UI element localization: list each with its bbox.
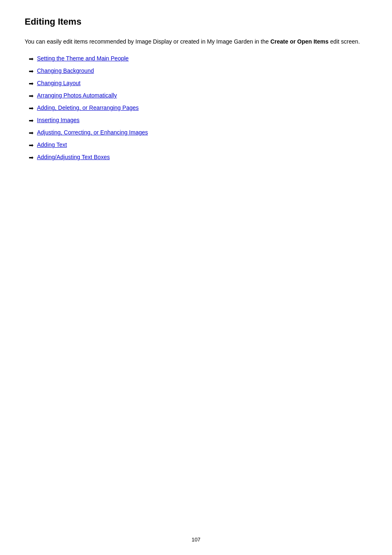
link-adding-text[interactable]: Adding Text [37, 141, 67, 149]
page-number: 107 [191, 536, 201, 543]
list-item: ➡ Adding, Deleting, or Rearranging Pages [29, 104, 367, 113]
intro-paragraph: You can easily edit items recommended by… [25, 37, 367, 46]
list-item: ➡ Adjusting, Correcting, or Enhancing Im… [29, 128, 367, 137]
arrow-icon: ➡ [29, 104, 34, 113]
arrow-icon: ➡ [29, 129, 34, 137]
list-item: ➡ Adding Text [29, 141, 367, 150]
link-changing-background[interactable]: Changing Background [37, 67, 94, 75]
link-list: ➡ Setting the Theme and Main People ➡ Ch… [29, 54, 367, 162]
arrow-icon: ➡ [29, 92, 34, 100]
list-item: ➡ Adding/Adjusting Text Boxes [29, 153, 367, 162]
list-item: ➡ Arranging Photos Automatically [29, 91, 367, 100]
page-title: Editing Items [25, 16, 367, 27]
arrow-icon: ➡ [29, 67, 34, 76]
link-setting-theme[interactable]: Setting the Theme and Main People [37, 54, 129, 63]
arrow-icon: ➡ [29, 55, 34, 63]
list-item: ➡ Changing Background [29, 67, 367, 76]
arrow-icon: ➡ [29, 153, 34, 162]
list-item: ➡ Changing Layout [29, 79, 367, 88]
link-adding-adjusting-text-boxes[interactable]: Adding/Adjusting Text Boxes [37, 153, 110, 162]
intro-bold-text: Create or Open Items [270, 38, 329, 45]
arrow-icon: ➡ [29, 116, 34, 125]
arrow-icon: ➡ [29, 79, 34, 88]
link-adding-deleting-pages[interactable]: Adding, Deleting, or Rearranging Pages [37, 104, 139, 112]
intro-text-after-bold: edit screen. [329, 38, 360, 45]
arrow-icon: ➡ [29, 141, 34, 150]
page-container: Editing Items You can easily edit items … [0, 0, 392, 190]
link-changing-layout[interactable]: Changing Layout [37, 79, 81, 88]
link-arranging-photos[interactable]: Arranging Photos Automatically [37, 91, 117, 100]
link-inserting-images[interactable]: Inserting Images [37, 116, 80, 125]
intro-text-before-bold: You can easily edit items recommended by… [25, 38, 270, 45]
list-item: ➡ Inserting Images [29, 116, 367, 125]
link-adjusting-correcting[interactable]: Adjusting, Correcting, or Enhancing Imag… [37, 128, 148, 137]
list-item: ➡ Setting the Theme and Main People [29, 54, 367, 63]
